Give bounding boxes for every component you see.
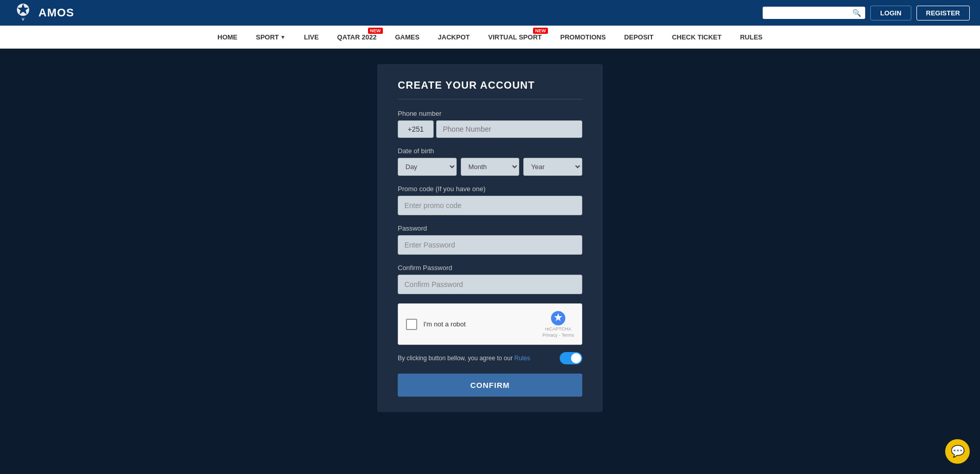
virtual-sport-badge: NEW bbox=[533, 28, 548, 34]
month-select[interactable]: Month bbox=[461, 158, 520, 176]
recaptcha-right: reCAPTCHA Privacy - Terms bbox=[542, 310, 574, 338]
recaptcha-logo-icon bbox=[550, 310, 566, 326]
nav-item-jackpot[interactable]: JACKPOT bbox=[428, 26, 479, 49]
logo-area: V AMOS bbox=[10, 3, 74, 23]
search-box[interactable]: 🔍 bbox=[763, 7, 865, 19]
chat-bubble[interactable]: 💬 bbox=[945, 439, 970, 464]
recaptcha-box[interactable]: I'm not a robot reCAPTCHA Privacy - Term… bbox=[398, 303, 582, 345]
register-button[interactable]: REGISTER bbox=[916, 6, 970, 20]
search-input[interactable] bbox=[767, 9, 852, 17]
phone-prefix: +251 bbox=[398, 120, 434, 138]
nav-item-virtual-sport[interactable]: NEW VIRTUAL SPORT bbox=[479, 26, 551, 49]
header-right: 🔍 LOGIN REGISTER bbox=[763, 6, 970, 20]
nav-bar: HOME SPORT ▼ LIVE NEW QATAR 2022 GAMES J… bbox=[0, 26, 980, 49]
logo-icon: V bbox=[10, 3, 36, 23]
chat-icon: 💬 bbox=[951, 445, 965, 458]
promo-code-input[interactable] bbox=[398, 196, 582, 215]
form-title: CREATE YOUR ACCOUNT bbox=[398, 79, 582, 91]
recaptcha-brand-text: reCAPTCHA Privacy - Terms bbox=[542, 326, 574, 338]
phone-input[interactable] bbox=[436, 120, 582, 138]
main-content: CREATE YOUR ACCOUNT Phone number +251 Da… bbox=[0, 49, 980, 474]
day-select[interactable]: Day bbox=[398, 158, 457, 176]
dob-group: Date of birth Day Month Year bbox=[398, 147, 582, 176]
svg-text:V: V bbox=[22, 17, 25, 22]
nav-item-check-ticket[interactable]: CHECK TICKET bbox=[663, 26, 731, 49]
nav-item-home[interactable]: HOME bbox=[208, 26, 247, 49]
form-divider bbox=[398, 99, 582, 99]
terms-text: By clicking button bellow, you agree to … bbox=[398, 355, 530, 362]
dob-label: Date of birth bbox=[398, 147, 582, 155]
search-icon: 🔍 bbox=[852, 9, 861, 17]
rules-link[interactable]: Rules bbox=[514, 355, 530, 362]
terms-row: By clicking button bellow, you agree to … bbox=[398, 352, 582, 364]
sport-arrow-icon: ▼ bbox=[280, 34, 285, 40]
promo-code-group: Promo code (If you have one) bbox=[398, 185, 582, 215]
recaptcha-checkbox[interactable] bbox=[406, 319, 417, 330]
toggle-knob bbox=[571, 353, 581, 363]
year-select[interactable]: Year bbox=[523, 158, 582, 176]
dob-row: Day Month Year bbox=[398, 158, 582, 176]
nav-item-promotions[interactable]: PROMOTIONS bbox=[551, 26, 615, 49]
qatar-badge: NEW bbox=[368, 28, 383, 34]
phone-row: +251 bbox=[398, 120, 582, 138]
nav-item-deposit[interactable]: DEPOSIT bbox=[615, 26, 663, 49]
password-label: Password bbox=[398, 224, 582, 232]
confirm-password-input[interactable] bbox=[398, 275, 582, 294]
password-group: Password bbox=[398, 224, 582, 255]
confirm-password-label: Confirm Password bbox=[398, 264, 582, 272]
terms-toggle[interactable] bbox=[560, 352, 582, 364]
nav-item-qatar[interactable]: NEW QATAR 2022 bbox=[328, 26, 386, 49]
registration-form-card: CREATE YOUR ACCOUNT Phone number +251 Da… bbox=[377, 64, 603, 412]
confirm-password-group: Confirm Password bbox=[398, 264, 582, 294]
promo-code-label: Promo code (If you have one) bbox=[398, 185, 582, 193]
phone-number-label: Phone number bbox=[398, 110, 582, 117]
password-input[interactable] bbox=[398, 235, 582, 255]
top-header: V AMOS 🔍 LOGIN REGISTER bbox=[0, 0, 980, 26]
nav-item-rules[interactable]: RULES bbox=[731, 26, 772, 49]
nav-item-live[interactable]: LIVE bbox=[295, 26, 328, 49]
recaptcha-label: I'm not a robot bbox=[423, 320, 466, 328]
nav-item-sport[interactable]: SPORT ▼ bbox=[247, 26, 295, 49]
logo-text: AMOS bbox=[38, 6, 74, 19]
confirm-button[interactable]: CONFIRM bbox=[398, 374, 582, 397]
login-button[interactable]: LOGIN bbox=[870, 6, 911, 20]
recaptcha-left: I'm not a robot bbox=[406, 319, 466, 330]
phone-number-group: Phone number +251 bbox=[398, 110, 582, 138]
nav-item-games[interactable]: GAMES bbox=[386, 26, 429, 49]
